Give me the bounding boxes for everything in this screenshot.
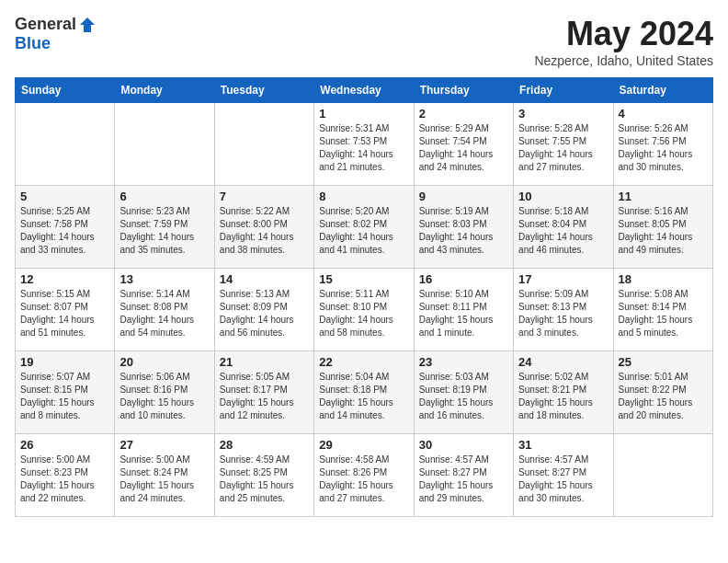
day-number: 2 [419,107,508,121]
day-info: Sunrise: 5:28 AM Sunset: 7:55 PM Dayligh… [518,122,608,174]
day-number: 20 [119,355,209,369]
day-number: 21 [220,355,309,369]
weekday-header-monday: Monday [115,78,214,103]
calendar-week-2: 5Sunrise: 5:25 AM Sunset: 7:58 PM Daylig… [16,186,713,269]
day-info: Sunrise: 5:22 AM Sunset: 8:00 PM Dayligh… [220,205,309,257]
calendar-cell [115,103,214,186]
header-row: SundayMondayTuesdayWednesdayThursdayFrid… [16,78,713,103]
day-info: Sunrise: 5:02 AM Sunset: 8:21 PM Dayligh… [518,371,608,422]
calendar-cell: 2Sunrise: 5:29 AM Sunset: 7:54 PM Daylig… [414,103,513,186]
logo-icon [78,16,97,34]
calendar-cell: 27Sunrise: 5:00 AM Sunset: 8:24 PM Dayli… [115,434,214,517]
day-info: Sunrise: 5:18 AM Sunset: 8:04 PM Dayligh… [518,205,608,257]
day-number: 10 [518,190,608,203]
calendar-cell: 23Sunrise: 5:03 AM Sunset: 8:19 PM Dayli… [414,351,513,434]
day-info: Sunrise: 5:25 AM Sunset: 7:58 PM Dayligh… [20,205,109,257]
header: General Blue May 2024 Nezperce, Idaho, U… [15,15,713,68]
day-number: 16 [419,272,508,286]
calendar-cell [16,103,115,186]
day-info: Sunrise: 5:15 AM Sunset: 8:07 PM Dayligh… [20,288,109,339]
day-info: Sunrise: 5:14 AM Sunset: 8:08 PM Dayligh… [119,288,209,339]
day-info: Sunrise: 5:31 AM Sunset: 7:53 PM Dayligh… [319,122,408,174]
day-number: 30 [419,438,508,452]
day-number: 31 [518,438,608,452]
svg-marker-0 [80,17,95,32]
day-number: 17 [518,272,608,286]
day-info: Sunrise: 4:57 AM Sunset: 8:27 PM Dayligh… [518,454,608,505]
day-number: 13 [119,272,209,286]
day-number: 6 [119,190,209,203]
day-info: Sunrise: 5:26 AM Sunset: 7:56 PM Dayligh… [619,122,708,174]
calendar-cell: 22Sunrise: 5:04 AM Sunset: 8:18 PM Dayli… [314,351,414,434]
calendar-cell: 8Sunrise: 5:20 AM Sunset: 8:02 PM Daylig… [314,186,414,269]
day-info: Sunrise: 5:00 AM Sunset: 8:23 PM Dayligh… [20,454,109,505]
day-info: Sunrise: 4:58 AM Sunset: 8:26 PM Dayligh… [319,454,408,505]
weekday-header-friday: Friday [514,78,613,103]
calendar-cell: 11Sunrise: 5:16 AM Sunset: 8:05 PM Dayli… [613,186,712,269]
calendar-cell: 24Sunrise: 5:02 AM Sunset: 8:21 PM Dayli… [514,351,613,434]
day-number: 8 [319,190,408,203]
day-info: Sunrise: 5:00 AM Sunset: 8:24 PM Dayligh… [119,454,209,505]
weekday-header-thursday: Thursday [414,78,513,103]
day-number: 25 [619,355,708,369]
title-area: May 2024 Nezperce, Idaho, United States [534,15,713,68]
logo: General Blue [15,15,97,53]
calendar-week-1: 1Sunrise: 5:31 AM Sunset: 7:53 PM Daylig… [16,103,713,186]
day-info: Sunrise: 5:06 AM Sunset: 8:16 PM Dayligh… [119,371,209,422]
calendar-cell: 14Sunrise: 5:13 AM Sunset: 8:09 PM Dayli… [214,269,313,351]
day-info: Sunrise: 5:03 AM Sunset: 8:19 PM Dayligh… [419,371,508,422]
day-number: 19 [20,355,109,369]
day-number: 5 [20,190,109,203]
month-title: May 2024 [534,15,713,53]
calendar-cell: 25Sunrise: 5:01 AM Sunset: 8:22 PM Dayli… [613,351,712,434]
day-number: 9 [419,190,508,203]
day-number: 26 [20,438,109,452]
day-info: Sunrise: 5:13 AM Sunset: 8:09 PM Dayligh… [220,288,309,339]
calendar-cell: 26Sunrise: 5:00 AM Sunset: 8:23 PM Dayli… [16,434,115,517]
calendar-cell: 7Sunrise: 5:22 AM Sunset: 8:00 PM Daylig… [214,186,313,269]
calendar-cell: 15Sunrise: 5:11 AM Sunset: 8:10 PM Dayli… [314,269,414,351]
day-info: Sunrise: 5:11 AM Sunset: 8:10 PM Dayligh… [319,288,408,339]
calendar-cell: 28Sunrise: 4:59 AM Sunset: 8:25 PM Dayli… [214,434,313,517]
day-info: Sunrise: 5:04 AM Sunset: 8:18 PM Dayligh… [319,371,408,422]
day-info: Sunrise: 5:01 AM Sunset: 8:22 PM Dayligh… [619,371,708,422]
day-number: 7 [220,190,309,203]
calendar-week-3: 12Sunrise: 5:15 AM Sunset: 8:07 PM Dayli… [16,269,713,351]
day-info: Sunrise: 5:07 AM Sunset: 8:15 PM Dayligh… [20,371,109,422]
calendar-cell: 1Sunrise: 5:31 AM Sunset: 7:53 PM Daylig… [314,103,414,186]
day-info: Sunrise: 5:05 AM Sunset: 8:17 PM Dayligh… [220,371,309,422]
calendar-cell: 5Sunrise: 5:25 AM Sunset: 7:58 PM Daylig… [16,186,115,269]
calendar-cell: 10Sunrise: 5:18 AM Sunset: 8:04 PM Dayli… [514,186,613,269]
day-info: Sunrise: 5:23 AM Sunset: 7:59 PM Dayligh… [119,205,209,257]
day-number: 12 [20,272,109,286]
day-number: 11 [619,190,708,203]
day-info: Sunrise: 5:08 AM Sunset: 8:14 PM Dayligh… [619,288,708,339]
day-info: Sunrise: 5:29 AM Sunset: 7:54 PM Dayligh… [419,122,508,174]
day-info: Sunrise: 5:10 AM Sunset: 8:11 PM Dayligh… [419,288,508,339]
day-number: 3 [518,107,608,121]
calendar-cell: 6Sunrise: 5:23 AM Sunset: 7:59 PM Daylig… [115,186,214,269]
calendar-cell: 18Sunrise: 5:08 AM Sunset: 8:14 PM Dayli… [613,269,712,351]
day-number: 23 [419,355,508,369]
weekday-header-wednesday: Wednesday [314,78,414,103]
calendar-cell: 17Sunrise: 5:09 AM Sunset: 8:13 PM Dayli… [514,269,613,351]
calendar-week-4: 19Sunrise: 5:07 AM Sunset: 8:15 PM Dayli… [16,351,713,434]
logo-general-text: General [15,15,76,34]
calendar-cell: 29Sunrise: 4:58 AM Sunset: 8:26 PM Dayli… [314,434,414,517]
calendar-cell: 16Sunrise: 5:10 AM Sunset: 8:11 PM Dayli… [414,269,513,351]
day-info: Sunrise: 5:09 AM Sunset: 8:13 PM Dayligh… [518,288,608,339]
calendar-cell: 9Sunrise: 5:19 AM Sunset: 8:03 PM Daylig… [414,186,513,269]
calendar-cell: 21Sunrise: 5:05 AM Sunset: 8:17 PM Dayli… [214,351,313,434]
day-number: 24 [518,355,608,369]
day-info: Sunrise: 4:59 AM Sunset: 8:25 PM Dayligh… [220,454,309,505]
weekday-header-tuesday: Tuesday [214,78,313,103]
day-info: Sunrise: 5:19 AM Sunset: 8:03 PM Dayligh… [419,205,508,257]
calendar-table: SundayMondayTuesdayWednesdayThursdayFrid… [15,77,713,517]
calendar-cell: 3Sunrise: 5:28 AM Sunset: 7:55 PM Daylig… [514,103,613,186]
calendar-cell: 12Sunrise: 5:15 AM Sunset: 8:07 PM Dayli… [16,269,115,351]
weekday-header-saturday: Saturday [613,78,712,103]
calendar-cell [613,434,712,517]
calendar-cell: 4Sunrise: 5:26 AM Sunset: 7:56 PM Daylig… [613,103,712,186]
day-number: 14 [220,272,309,286]
day-info: Sunrise: 5:16 AM Sunset: 8:05 PM Dayligh… [619,205,708,257]
